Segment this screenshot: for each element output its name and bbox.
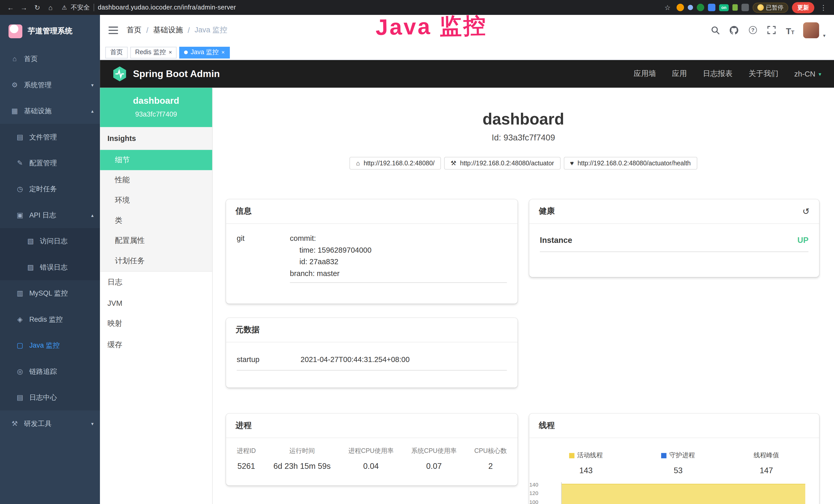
close-icon[interactable]: × xyxy=(221,49,225,55)
extension-icon[interactable] xyxy=(708,4,715,11)
forward-icon[interactable]: → xyxy=(19,3,29,11)
infrastructure-icon: ▦ xyxy=(10,107,19,115)
nav-journal[interactable]: 日志报表 xyxy=(703,69,732,78)
sba-item-jvm[interactable]: JVM xyxy=(100,293,212,313)
sidebar-item-dev-tools[interactable]: ⚒ 研发工具 ▾ xyxy=(0,411,100,436)
info-key: git xyxy=(237,232,290,283)
metadata-value: 2021-04-27T00:44:31.254+08:00 xyxy=(301,355,410,364)
fullscreen-icon[interactable] xyxy=(766,25,777,35)
extension-icon[interactable] xyxy=(688,5,693,10)
breadcrumb-home[interactable]: 首页 xyxy=(127,25,141,35)
sidebar-item-infrastructure[interactable]: ▦ 基础设施 ▴ xyxy=(0,98,100,124)
app-sidebar: 芋道管理系统 ⌂ 首页 ⚙ 系统管理 ▾ ▦ 基础设施 ▴ ▤ 文件管理 xyxy=(0,15,100,504)
git-commit-label: commit: xyxy=(290,232,507,244)
instance-links: ⌂ http://192.168.0.2:48080/ ⚒ http://192… xyxy=(213,157,834,170)
extension-icon[interactable] xyxy=(732,4,738,11)
extension-icon[interactable] xyxy=(697,4,704,11)
sba-item-performance[interactable]: 性能 xyxy=(100,170,212,190)
health-instance-row[interactable]: Instance UP xyxy=(540,232,809,252)
browser-toolbar-right: ☆ on 已暂停 更新 ⋮ xyxy=(662,2,829,13)
sba-brand[interactable]: Spring Boot Admin xyxy=(113,67,220,82)
nav-applications[interactable]: 应用 xyxy=(672,69,687,78)
hamburger-icon[interactable] xyxy=(108,26,118,34)
browser-home-icon[interactable]: ⌂ xyxy=(45,3,56,11)
browser-chrome: ← → ↻ ⌂ ⚠ 不安全 dashboard.yudao.iocoder.cn… xyxy=(0,0,834,15)
legend-active-threads: 活动线程 143 xyxy=(569,451,602,475)
extension-icon[interactable] xyxy=(677,4,684,11)
redis-icon: ◈ xyxy=(16,315,24,323)
sidebar-item-redis-monitor[interactable]: ◈ Redis 监控 xyxy=(0,306,100,332)
infrastructure-submenu: ▤ 文件管理 ✎ 配置管理 ◷ 定时任务 ▣ API 日志 ▴ ▧ xyxy=(0,124,100,410)
sidebar-item-file-manage[interactable]: ▤ 文件管理 xyxy=(0,124,100,150)
sidebar-item-api-log[interactable]: ▣ API 日志 ▴ xyxy=(0,202,100,228)
extension-puzzle-icon[interactable] xyxy=(742,4,749,11)
sba-nav: 应用墙 应用 日志报表 关于我们 zh-CN ▾ xyxy=(634,69,821,78)
nav-wallboard[interactable]: 应用墙 xyxy=(634,69,656,78)
sidebar-item-label: 配置管理 xyxy=(29,158,57,168)
wrench-icon: ⚒ xyxy=(451,159,456,167)
process-card: 进程 进程ID 5261 运行时间 6d 23h 15m 59s 进程CPU使用… xyxy=(226,414,518,485)
help-icon[interactable]: ? xyxy=(747,25,758,35)
git-commit-time: time: 1596289704000 xyxy=(290,244,507,256)
browser-menu-icon[interactable]: ⋮ xyxy=(818,3,829,11)
log-center-icon: ▤ xyxy=(16,393,24,401)
sidebar-item-error-log[interactable]: ▨ 错误日志 xyxy=(0,254,100,280)
sidebar-item-label: 首页 xyxy=(24,54,38,63)
sba-item-caches[interactable]: 缓存 xyxy=(100,335,212,356)
link-actuator-url[interactable]: ⚒ http://192.168.0.2:48080/actuator xyxy=(444,157,561,170)
link-label: http://192.168.0.2:48080/actuator xyxy=(460,159,554,167)
y-axis-tick: 120 xyxy=(523,491,539,496)
instance-header[interactable]: dashboard 93a3fc7f7409 xyxy=(100,88,212,127)
sba-item-details[interactable]: 细节 xyxy=(100,150,212,170)
sba-item-scheduled-tasks[interactable]: 计划任务 xyxy=(100,251,212,271)
tag-redis-monitor[interactable]: Redis 监控 × xyxy=(130,46,177,58)
sidebar-item-access-log[interactable]: ▧ 访问日志 xyxy=(0,228,100,254)
locale-selector[interactable]: zh-CN ▾ xyxy=(794,70,821,78)
sba-item-mappings[interactable]: 映射 xyxy=(100,313,212,335)
sba-item-config-props[interactable]: 配置属性 xyxy=(100,231,212,251)
sidebar-item-trace[interactable]: ◎ 链路追踪 xyxy=(0,359,100,384)
chevron-up-icon: ▴ xyxy=(91,212,93,218)
search-icon[interactable] xyxy=(710,25,721,35)
active-dot xyxy=(184,51,188,54)
sidebar-item-home[interactable]: ⌂ 首页 xyxy=(0,46,100,72)
sba-item-classes[interactable]: 类 xyxy=(100,210,212,231)
nav-about[interactable]: 关于我们 xyxy=(748,69,778,78)
link-root-url[interactable]: ⌂ http://192.168.0.2:48080/ xyxy=(350,157,441,170)
sidebar-item-system-admin[interactable]: ⚙ 系统管理 ▾ xyxy=(0,72,100,98)
sba-item-logs[interactable]: 日志 xyxy=(100,272,212,293)
bookmark-star-icon[interactable]: ☆ xyxy=(662,3,673,11)
github-icon[interactable] xyxy=(729,25,740,35)
back-icon[interactable]: ← xyxy=(5,3,16,11)
sidebar-item-scheduled-job[interactable]: ◷ 定时任务 xyxy=(0,176,100,202)
breadcrumb-infra[interactable]: 基础设施 xyxy=(153,25,183,35)
sidebar-item-label: 文件管理 xyxy=(29,132,57,142)
tag-home[interactable]: 首页 xyxy=(105,46,128,58)
sidebar-item-mysql-monitor[interactable]: ▥ MySQL 监控 xyxy=(0,280,100,306)
history-icon[interactable]: ↺ xyxy=(803,206,810,216)
insights-group-label: Insights xyxy=(100,127,212,150)
extension-on-badge[interactable]: on xyxy=(719,4,729,11)
close-icon[interactable]: × xyxy=(169,49,172,55)
address-bar[interactable]: ⚠ 不安全 dashboard.yudao.iocoder.cn/infra/a… xyxy=(62,3,660,12)
font-size-icon[interactable]: TT xyxy=(785,25,795,35)
refresh-icon[interactable]: ↻ xyxy=(32,3,42,11)
paused-badge[interactable]: 已暂停 xyxy=(752,2,788,12)
avatar[interactable] xyxy=(804,22,819,38)
avatar-caret-icon[interactable]: ▾ xyxy=(823,32,825,38)
browser-update-button[interactable]: 更新 xyxy=(792,2,814,13)
y-axis-tick: 140 xyxy=(523,482,539,487)
sidebar-item-config-manage[interactable]: ✎ 配置管理 xyxy=(0,150,100,176)
locale-label: zh-CN xyxy=(794,70,815,78)
link-health-url[interactable]: ♥ http://192.168.0.2:48080/actuator/heal… xyxy=(564,157,697,170)
sidebar-item-log-center[interactable]: ▤ 日志中心 xyxy=(0,384,100,410)
url-text: dashboard.yudao.iocoder.cn/infra/admin-s… xyxy=(98,4,236,11)
sidebar-item-label: Redis 监控 xyxy=(29,315,63,324)
sidebar-item-java-monitor[interactable]: ▢ Java 监控 xyxy=(0,332,100,358)
breadcrumb: 首页 / 基础设施 / Java 监控 xyxy=(127,25,227,35)
tag-java-monitor[interactable]: Java 监控 × xyxy=(179,46,229,58)
process-metric: CPU核心数 2 xyxy=(474,446,507,471)
legend-peak-threads: 线程峰值 147 xyxy=(753,451,779,475)
sba-item-environment[interactable]: 环境 xyxy=(100,190,212,210)
app-logo[interactable]: 芋道管理系统 xyxy=(0,15,100,46)
